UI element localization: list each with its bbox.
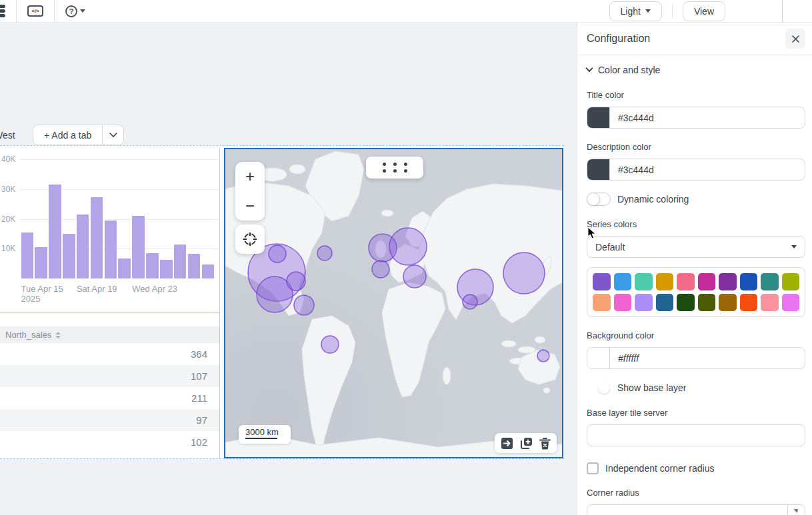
map-bubble[interactable] [463,294,477,309]
help-icon: ? [65,5,77,17]
palette-swatch[interactable] [719,273,737,290]
app-logo-icon[interactable] [0,0,12,23]
delete-icon[interactable] [539,437,551,450]
table-header[interactable]: North_sales [0,326,219,343]
table-row[interactable]: 97 [0,409,219,431]
chart-bar[interactable] [63,234,75,278]
chart-bar[interactable] [202,264,215,278]
app-root: </> ? Light View Save [0,0,812,515]
map-bubble[interactable] [287,272,305,290]
palette-swatch[interactable] [677,294,695,311]
table-row[interactable]: 102 [0,431,219,453]
close-panel-button[interactable] [785,29,805,49]
open-in-editor-icon[interactable] [501,437,513,450]
zoom-in-button[interactable]: + [235,162,265,191]
description-color-label: Description color [587,142,805,152]
map-scale: 3000 km [239,425,291,444]
map-bubble[interactable] [372,260,389,278]
base-tile-server-field[interactable] [587,424,805,446]
independent-corner-radius-checkbox[interactable] [587,462,599,474]
table-cell-value: 102 [191,436,207,448]
title-color-swatch[interactable] [587,107,610,128]
map-bubble[interactable] [317,246,332,260]
stepper-buttons[interactable] [787,505,805,515]
chart-bar[interactable] [105,221,117,278]
palette-swatch[interactable] [635,273,653,290]
map-bubble[interactable] [537,350,549,362]
zoom-out-button[interactable]: − [235,191,265,221]
widget-drag-handle[interactable] [366,157,423,179]
tab-west[interactable]: West [0,130,21,141]
chart-bar[interactable] [132,216,145,278]
palette-swatch[interactable] [698,294,716,311]
palette-swatch[interactable] [656,273,674,290]
palette-swatch[interactable] [593,294,611,311]
chart-bar[interactable] [21,233,34,278]
view-button[interactable]: View [683,1,725,21]
save-options-button[interactable] [782,1,810,22]
chart-bar[interactable] [146,253,159,278]
palette-swatch[interactable] [656,294,674,311]
chart-bar[interactable] [91,197,103,278]
code-embed-button[interactable]: </> [21,0,50,23]
palette-swatch[interactable] [614,294,632,311]
map-bubble[interactable] [403,265,426,288]
map-bubble[interactable] [503,253,545,294]
palette-swatch[interactable] [677,273,695,290]
chevron-down-icon [80,9,85,13]
theme-dropdown[interactable]: Light [609,1,662,21]
background-color-swatch[interactable] [587,348,610,368]
description-color-field[interactable] [610,159,805,180]
y-axis-tick-label: 40K [1,155,15,164]
chart-bar[interactable] [77,215,89,278]
chart-bar[interactable] [49,185,61,278]
map-widget[interactable]: + − 3000 km [224,148,563,458]
dynamic-coloring-toggle-row[interactable]: Dynamic coloring [587,193,805,206]
map-bubble[interactable] [389,228,427,265]
code-icon: </> [27,5,43,17]
bar-chart-widget[interactable]: 40K30K20K10KTue Apr 15 2025Sat Apr 19Wed… [0,148,220,312]
geolocate-button[interactable] [235,225,265,254]
map-bubble[interactable] [321,336,339,353]
palette-swatch[interactable] [593,273,611,290]
palette-swatch[interactable] [761,273,779,290]
title-color-field[interactable] [610,107,805,128]
chart-bar[interactable] [35,247,47,278]
table-row[interactable]: 211 [0,387,219,409]
palette-swatch[interactable] [635,294,653,311]
map-bubble[interactable] [294,295,314,315]
dynamic-coloring-toggle[interactable] [587,193,611,206]
save-button[interactable]: Save [731,1,782,22]
help-menu-button[interactable]: ? [59,0,92,23]
add-tab-button[interactable]: + Add a tab [33,125,102,145]
section-color-and-style[interactable]: Color and style [587,62,805,77]
show-base-layer-toggle-row[interactable]: Show base layer [587,381,805,394]
view-button-label: View [694,6,714,17]
palette-swatch[interactable] [782,273,800,290]
table-row[interactable]: 107 [0,365,219,387]
chart-bar[interactable] [160,260,173,278]
independent-corner-radius-row[interactable]: Independent corner radius [587,462,805,474]
series-colors-select[interactable]: Default [587,236,805,258]
palette-swatch[interactable] [740,294,758,311]
corner-radius-field[interactable] [587,504,805,515]
palette-swatch[interactable] [761,294,779,311]
table-row[interactable]: 364 [0,343,219,365]
chart-bar[interactable] [118,258,131,278]
palette-swatch[interactable] [740,273,758,290]
palette-swatch[interactable] [782,294,800,311]
chart-bar[interactable] [174,245,187,278]
add-tab-options-button[interactable] [102,125,123,145]
palette-swatch[interactable] [719,294,737,311]
duplicate-icon[interactable] [520,437,533,450]
background-color-field[interactable] [610,348,805,368]
drag-dots-icon [383,163,407,173]
table-widget[interactable]: North_sales 36410721197102 [0,312,220,458]
palette-swatch[interactable] [698,273,716,290]
chart-bar[interactable] [188,254,201,278]
map-bubble[interactable] [269,245,286,262]
description-color-swatch[interactable] [587,159,610,180]
show-base-layer-toggle[interactable] [587,381,611,394]
palette-swatch[interactable] [614,273,632,290]
theme-dropdown-label: Light [621,6,641,17]
